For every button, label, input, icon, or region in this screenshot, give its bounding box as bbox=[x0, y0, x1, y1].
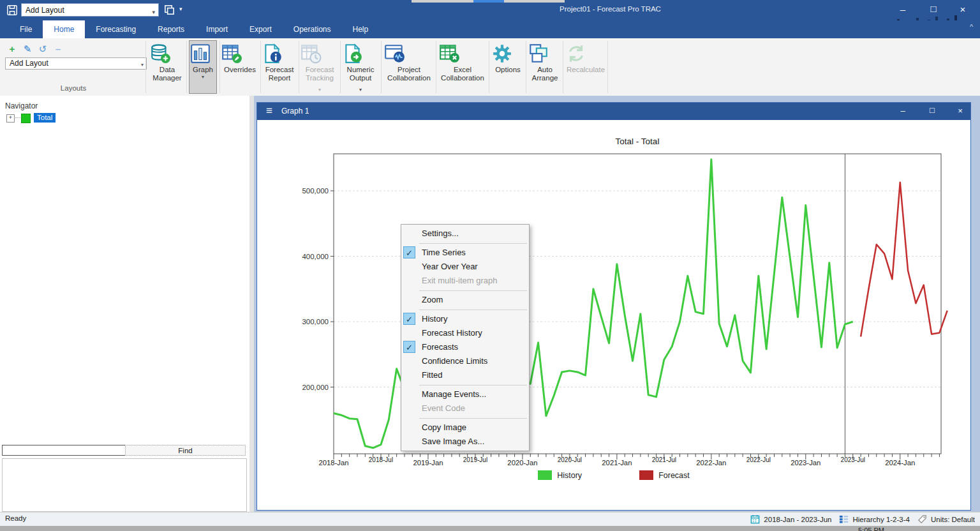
menu-item-zoom[interactable]: Zoom bbox=[401, 293, 529, 307]
tree-item-total[interactable]: Total bbox=[34, 113, 56, 123]
layouts-combo-value: Add Layout bbox=[10, 59, 48, 68]
maximize-button[interactable]: □ bbox=[924, 105, 940, 115]
menu-item-label: Confidence Limits bbox=[422, 356, 487, 366]
menu-item-label: Time Series bbox=[422, 248, 466, 257]
menu-separator bbox=[401, 382, 529, 387]
menu-item-fitted[interactable]: Fitted bbox=[401, 368, 529, 382]
ribbon-button-label: Recalculate bbox=[565, 66, 606, 74]
layouts-group-label: Layouts bbox=[38, 84, 108, 92]
ribbon-button-overrides[interactable]: Overrides bbox=[221, 41, 259, 94]
tab-import[interactable]: Import bbox=[195, 20, 239, 38]
overrides-icon bbox=[221, 43, 259, 66]
combo-dropdown-icon[interactable]: ▾ bbox=[141, 60, 144, 70]
ribbon-button-forecast-report[interactable]: Forecast Report bbox=[262, 41, 297, 94]
edit-layout-icon[interactable]: ✎ bbox=[22, 43, 33, 55]
menu-item-confidence-limits[interactable]: Confidence Limits bbox=[401, 354, 529, 368]
graph-window: ≡ Graph 1 – □ × 200,000300,000400,000500… bbox=[256, 102, 971, 511]
group-separator bbox=[186, 41, 187, 93]
taskbar-edge: 5:05 PM bbox=[0, 526, 980, 531]
check-icon: ✓ bbox=[403, 246, 415, 258]
menu-item-copy-image[interactable]: Copy Image bbox=[401, 421, 529, 435]
ribbon-button-project-collaboration[interactable]: Project Collaboration bbox=[383, 41, 434, 94]
tab-reports[interactable]: Reports bbox=[147, 20, 195, 38]
x-tick-label: 2023-Jan bbox=[791, 459, 820, 467]
chevron-down-icon[interactable]: ▾ bbox=[189, 74, 216, 80]
group-separator bbox=[145, 41, 146, 93]
y-tick-label: 300,000 bbox=[302, 318, 329, 325]
units-tag-icon bbox=[917, 514, 927, 524]
undo-layout-icon[interactable]: ↺ bbox=[37, 43, 48, 55]
x-tick-label: 2019-Jan bbox=[413, 459, 443, 467]
find-input[interactable] bbox=[2, 445, 127, 456]
y-tick-label: 400,000 bbox=[302, 253, 329, 260]
tab-help[interactable]: Help bbox=[342, 20, 380, 38]
data-manager-icon bbox=[149, 43, 185, 66]
ribbon-button-numeric-output[interactable]: Numeric Output ▾ bbox=[342, 41, 379, 94]
ribbon-button-graph[interactable]: Graph ▾ bbox=[189, 40, 217, 94]
copy-layout-icon[interactable] bbox=[163, 4, 175, 16]
group-separator bbox=[436, 41, 436, 93]
tab-export[interactable]: Export bbox=[239, 20, 283, 38]
group-separator bbox=[299, 41, 299, 93]
quick-access-customize-icon[interactable]: ▾ bbox=[179, 6, 182, 12]
menu-separator bbox=[401, 307, 529, 312]
status-date-range[interactable]: 2018-Jan - 2023-Jun bbox=[764, 516, 831, 523]
ribbon-button-auto-arrange[interactable]: Auto Arrange bbox=[528, 41, 562, 94]
find-results-list[interactable] bbox=[2, 458, 247, 512]
tree-connector bbox=[15, 117, 20, 118]
tab-operations[interactable]: Operations bbox=[283, 20, 342, 38]
menu-item-history[interactable]: ✓History bbox=[401, 312, 529, 326]
layouts-combo[interactable]: Add Layout ▾ bbox=[5, 57, 147, 70]
minimize-button[interactable]: – bbox=[895, 4, 911, 15]
graph-window-title-bar[interactable]: ≡ Graph 1 – □ × bbox=[257, 103, 970, 120]
chevron-down-icon[interactable]: ▾ bbox=[359, 87, 362, 93]
navigator-scrollbar[interactable] bbox=[249, 96, 254, 514]
forecast-line bbox=[861, 183, 947, 337]
group-separator bbox=[489, 41, 489, 93]
restore-button[interactable]: □ bbox=[925, 3, 942, 14]
window-menu-icon[interactable]: ≡ bbox=[266, 105, 272, 117]
ribbon-button-options[interactable]: Options bbox=[491, 41, 524, 94]
menu-item-time-series[interactable]: ✓Time Series bbox=[401, 246, 529, 260]
legend-swatch bbox=[639, 470, 653, 480]
group-separator bbox=[219, 41, 220, 93]
project-collaboration-icon bbox=[383, 43, 434, 66]
app-window: Add Layout ▾ ▾ Project01 - Forecast Pro … bbox=[0, 0, 980, 531]
menu-item-manage-events[interactable]: Manage Events... bbox=[401, 387, 529, 401]
find-button[interactable]: Find bbox=[125, 445, 246, 456]
ribbon-button-recalculate: Recalculate bbox=[565, 41, 606, 94]
status-hierarchy[interactable]: Hierarchy 1-2-3-4 bbox=[852, 516, 909, 523]
remove-layout-icon[interactable]: – bbox=[52, 43, 64, 54]
menu-item-forecast-history[interactable]: Forecast History bbox=[401, 326, 529, 340]
legend-swatch bbox=[538, 470, 552, 480]
legend-entry-forecast: Forecast bbox=[639, 470, 690, 480]
menu-item-label: Manage Events... bbox=[422, 389, 486, 399]
menu-item-year-over-year[interactable]: Year Over Year bbox=[401, 260, 529, 274]
close-button[interactable]: × bbox=[954, 4, 971, 15]
status-units[interactable]: Units: Default bbox=[931, 516, 975, 523]
collapse-ribbon-icon[interactable]: ^ bbox=[970, 23, 973, 31]
menu-item-settings[interactable]: Settings... bbox=[401, 227, 529, 241]
x-tick-label: 2019-Jul bbox=[463, 456, 487, 463]
group-separator bbox=[381, 41, 382, 93]
close-button[interactable]: × bbox=[953, 106, 968, 116]
menu-separator bbox=[401, 415, 529, 421]
group-separator bbox=[260, 41, 261, 93]
quick-access-layout-combo[interactable]: Add Layout ▾ bbox=[21, 3, 159, 17]
check-icon: ✓ bbox=[403, 313, 415, 325]
combo-dropdown-icon[interactable]: ▾ bbox=[152, 6, 155, 19]
ribbon-button-excel-collaboration[interactable]: Excel Collaboration bbox=[438, 41, 487, 94]
tab-file[interactable]: File bbox=[9, 20, 43, 38]
save-layout-icon[interactable] bbox=[6, 4, 18, 16]
chart-area[interactable]: 200,000300,000400,000500,0002018-Jan2018… bbox=[257, 120, 970, 510]
minimize-button[interactable]: – bbox=[895, 106, 910, 116]
tree-expand-icon[interactable]: + bbox=[6, 114, 15, 123]
tab-forecasting[interactable]: Forecasting bbox=[85, 20, 147, 38]
ribbon-button-data-manager[interactable]: Data Manager bbox=[149, 41, 185, 94]
menu-item-label: Copy Image bbox=[422, 423, 466, 432]
tab-home[interactable]: Home bbox=[43, 20, 85, 38]
add-layout-icon[interactable]: + bbox=[6, 43, 18, 54]
menu-item-forecasts[interactable]: ✓Forecasts bbox=[401, 340, 529, 354]
menu-item-save-image-as[interactable]: Save Image As... bbox=[401, 435, 529, 449]
menu-item-label: Save Image As... bbox=[422, 437, 484, 446]
